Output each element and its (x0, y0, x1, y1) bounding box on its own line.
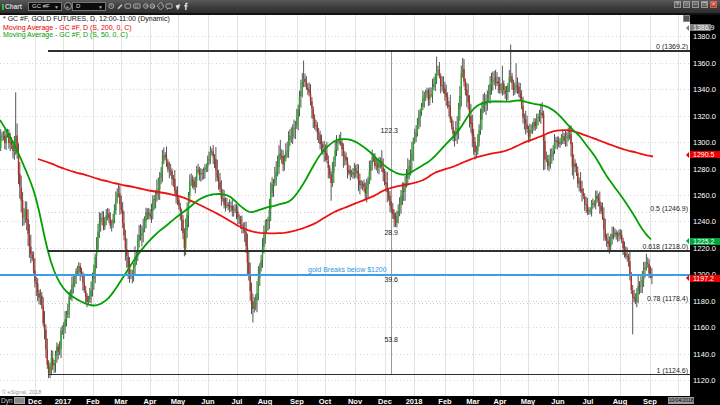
svg-text:12: 12 (134, 5, 138, 9)
svg-text:@: @ (151, 4, 155, 9)
